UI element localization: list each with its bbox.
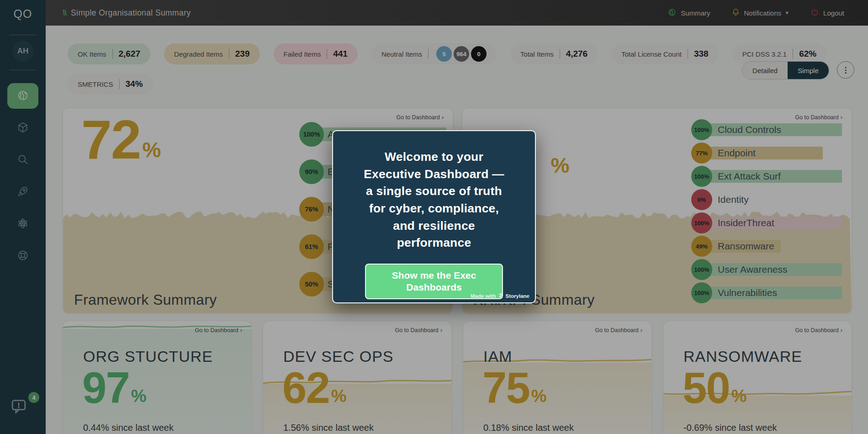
modal-message: Welcome to your Executive Dashboard — a … bbox=[346, 148, 522, 252]
app-root: QO AH 4 \\ Simple Organisational Summary bbox=[0, 0, 868, 434]
storylane-attribution[interactable]: Made with Storylane bbox=[471, 292, 529, 299]
welcome-modal: Welcome to your Executive Dashboard — a … bbox=[332, 130, 536, 303]
storylane-icon bbox=[498, 292, 503, 299]
